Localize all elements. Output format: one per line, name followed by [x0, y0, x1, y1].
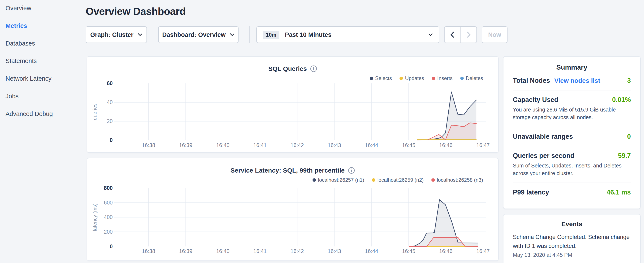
summary-row: P99 latency46.1 ms — [513, 183, 631, 202]
svg-text:600: 600 — [104, 200, 113, 205]
chevron-down-icon — [428, 33, 433, 36]
svg-text:16:38: 16:38 — [142, 142, 155, 148]
chevron-down-icon — [138, 33, 142, 36]
summary-row-value: 3 — [627, 77, 631, 85]
svg-text:800: 800 — [104, 185, 113, 191]
chevron-down-icon — [230, 33, 234, 36]
summary-row: Unavailable ranges0 — [513, 127, 631, 146]
svg-text:16:45: 16:45 — [402, 142, 416, 148]
svg-text:16:44: 16:44 — [365, 248, 378, 254]
svg-text:16:45: 16:45 — [402, 248, 416, 254]
time-step-buttons — [444, 26, 477, 43]
svg-text:16:41: 16:41 — [254, 142, 267, 148]
summary-row-value: 0.01% — [612, 96, 631, 104]
summary-row-description: You are using 28.6 MiB of 515.9 GiB usab… — [513, 106, 631, 121]
overview-dashboard-page: OverviewMetricsDatabasesStatementsNetwor… — [0, 0, 644, 263]
sidebar-item-metrics[interactable]: Metrics — [6, 21, 82, 31]
svg-text:16:43: 16:43 — [328, 142, 341, 148]
graph-dropdown-label: Graph: Cluster — [90, 31, 133, 38]
time-range-select[interactable]: 10m Past 10 Minutes — [256, 26, 439, 43]
time-step-back-button[interactable] — [444, 27, 460, 43]
summary-row-label: Unavailable ranges — [513, 133, 573, 140]
event-timestamp: May 13, 2020 at 4:45 PM — [513, 252, 631, 258]
svg-text:16:46: 16:46 — [439, 142, 453, 148]
page-title: Overview Dashboard — [86, 6, 186, 17]
svg-text:200: 200 — [104, 229, 113, 235]
summary-row-label: Queries per second — [513, 152, 574, 160]
svg-text:40: 40 — [107, 99, 113, 105]
chevron-left-icon — [450, 32, 454, 38]
dashboard-dropdown[interactable]: Dashboard: Overview — [158, 26, 238, 43]
svg-text:0: 0 — [110, 243, 113, 249]
svg-text:16:42: 16:42 — [291, 142, 304, 148]
events-panel: Events Schema Change Completed: Schema c… — [503, 214, 640, 263]
svg-text:16:39: 16:39 — [179, 142, 192, 148]
summary-row-value: 0 — [627, 133, 631, 140]
svg-text:queries: queries — [92, 103, 98, 120]
svg-text:16:46: 16:46 — [439, 248, 453, 254]
svg-text:16:44: 16:44 — [365, 142, 378, 148]
time-range-label: Past 10 Minutes — [285, 31, 428, 38]
summary-title: Summary — [504, 63, 640, 71]
chart-plot[interactable]: 604020016:3816:3916:4016:4116:4216:4316:… — [87, 57, 499, 153]
toolbar-divider — [249, 26, 250, 43]
svg-text:latency (ms): latency (ms) — [92, 203, 98, 231]
svg-text:16:41: 16:41 — [254, 248, 267, 254]
sidebar-item-overview[interactable]: Overview — [6, 3, 82, 13]
sidebar-item-advanced-debug[interactable]: Advanced Debug — [6, 109, 82, 119]
summary-row-value: 46.1 ms — [606, 188, 631, 196]
event-item: Schema Change Completed: Schema change w… — [504, 228, 640, 258]
time-range-badge: 10m — [263, 31, 279, 39]
svg-text:16:47: 16:47 — [476, 142, 490, 148]
summary-panel: Summary Total NodesView nodes list3Capac… — [503, 56, 640, 209]
summary-row-value: 59.7 — [618, 152, 631, 160]
view-nodes-list-link[interactable]: View nodes list — [554, 77, 600, 84]
sidebar-item-jobs[interactable]: Jobs — [6, 91, 82, 101]
svg-text:400: 400 — [104, 214, 113, 220]
sql-queries-chart-card: SQL QueriesSelectsUpdatesInsertsDeletes6… — [87, 56, 498, 153]
svg-text:16:47: 16:47 — [476, 248, 490, 254]
graph-dropdown[interactable]: Graph: Cluster — [86, 26, 147, 43]
dashboard-dropdown-label: Dashboard: Overview — [162, 31, 226, 38]
service-latency-chart-card: Service Latency: SQL, 99th percentileloc… — [87, 158, 498, 261]
svg-text:16:38: 16:38 — [142, 248, 155, 254]
sidebar-item-databases[interactable]: Databases — [6, 39, 82, 48]
events-title: Events — [504, 220, 640, 228]
now-button-label: Now — [488, 31, 501, 38]
summary-row: Queries per second59.7Sum of Selects, Up… — [513, 146, 631, 183]
sidebar-item-statements[interactable]: Statements — [6, 56, 82, 66]
sidebar-nav: OverviewMetricsDatabasesStatementsNetwor… — [6, 3, 82, 127]
summary-row-label: P99 latency — [513, 188, 549, 196]
summary-row-description: Sum of Selects, Updates, Inserts, and De… — [513, 162, 631, 177]
sidebar-item-network-latency[interactable]: Network Latency — [6, 74, 82, 83]
chevron-right-icon — [467, 32, 470, 38]
svg-text:16:40: 16:40 — [216, 248, 230, 254]
svg-text:20: 20 — [107, 118, 113, 124]
now-button[interactable]: Now — [482, 26, 508, 43]
svg-text:16:39: 16:39 — [179, 248, 192, 254]
summary-row-label: Total Nodes — [513, 77, 550, 85]
time-step-forward-button[interactable] — [460, 27, 476, 43]
event-text: Schema Change Completed: Schema change w… — [513, 233, 631, 251]
summary-row: Capacity Used0.01%You are using 28.6 MiB… — [513, 90, 631, 127]
svg-text:0: 0 — [110, 137, 113, 143]
svg-text:60: 60 — [107, 80, 113, 86]
summary-row: Total NodesView nodes list3 — [513, 71, 631, 90]
summary-row-label: Capacity Used — [513, 96, 558, 104]
svg-text:16:40: 16:40 — [216, 142, 230, 148]
svg-text:16:43: 16:43 — [328, 248, 341, 254]
svg-text:16:42: 16:42 — [291, 248, 304, 254]
chart-plot[interactable]: 800600400200016:3816:3916:4016:4116:4216… — [87, 158, 499, 261]
